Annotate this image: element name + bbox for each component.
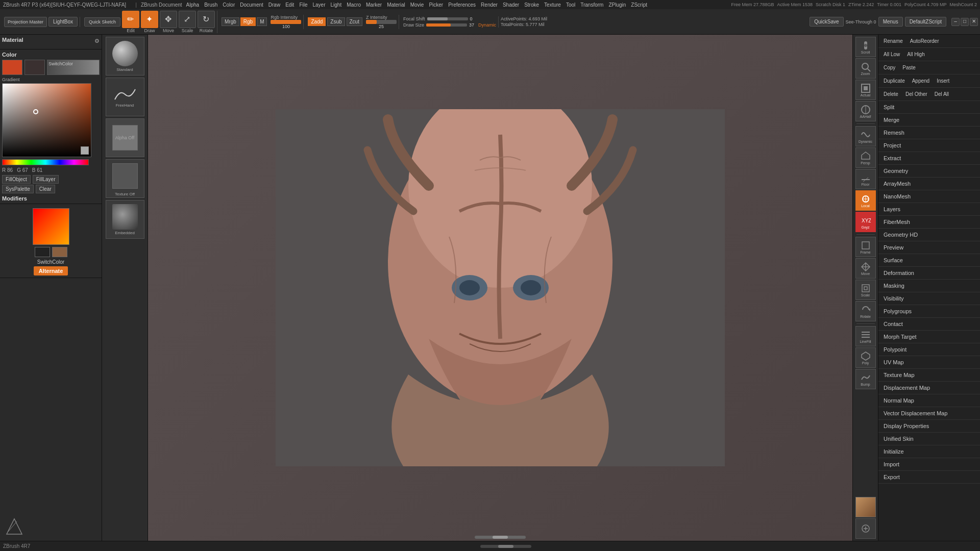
dynamic-btn[interactable]: Dynamic — [478, 22, 496, 28]
menus-btn[interactable]: Menus — [878, 17, 903, 27]
menu-movie[interactable]: Movie — [410, 2, 424, 8]
displacement-map-btn[interactable]: Displacement Map — [878, 382, 980, 394]
draw-size-slider[interactable] — [426, 23, 467, 27]
split-btn[interactable]: Split — [878, 101, 980, 114]
brush-standard[interactable]: Standard — [106, 37, 144, 76]
fibermesh-btn[interactable]: FiberMesh — [878, 216, 980, 229]
export-btn[interactable]: Export — [878, 471, 980, 484]
tool-local[interactable]: Local — [855, 190, 876, 211]
texture-map-btn[interactable]: Texture Map — [878, 369, 980, 382]
rotate-btn[interactable]: ↻ — [198, 11, 215, 28]
gradient-color-2[interactable] — [52, 247, 67, 257]
menu-macro[interactable]: Macro — [347, 2, 361, 8]
tool-aahalf[interactable]: AAHalf — [855, 101, 876, 121]
tool-rotate[interactable]: Rotate — [855, 301, 876, 321]
gradient-color-1[interactable] — [35, 247, 50, 257]
menu-edit[interactable]: Edit — [285, 2, 294, 8]
viewport[interactable] — [148, 35, 852, 541]
tool-persp[interactable]: Persp — [855, 147, 876, 168]
material-settings-icon[interactable]: ⚙ — [94, 38, 100, 44]
tool-actual[interactable]: Actual — [855, 80, 876, 100]
display-properties-btn[interactable]: Display Properties — [878, 420, 980, 433]
rgb-btn[interactable]: Rgb — [240, 17, 256, 26]
nanomesh-btn[interactable]: NanoMesh — [878, 190, 980, 203]
focal-shift-slider[interactable] — [427, 17, 468, 20]
menu-picker[interactable]: Picker — [429, 2, 443, 8]
menu-zscript[interactable]: ZScript — [631, 2, 647, 8]
menu-draw[interactable]: Draw — [268, 2, 280, 8]
menu-brush[interactable]: Brush — [204, 2, 217, 8]
move-btn[interactable]: ✥ — [160, 11, 177, 28]
tool-floor[interactable]: Floor — [855, 169, 876, 189]
paste-btn[interactable]: Paste — [899, 63, 919, 72]
project-btn[interactable]: Project — [878, 139, 980, 152]
alternate-btn[interactable]: Alternate — [34, 266, 68, 276]
morph-target-btn[interactable]: Morph Target — [878, 331, 980, 343]
deformation-btn[interactable]: Deformation — [878, 267, 980, 280]
polypoint-btn[interactable]: Polypoint — [878, 343, 980, 356]
fg-color-swatch[interactable] — [2, 60, 22, 75]
viewport-scrollbar[interactable] — [475, 536, 526, 539]
color-picker[interactable] — [2, 83, 91, 157]
tool-linefill[interactable]: LineFill — [855, 326, 876, 346]
rename-btn[interactable]: Rename — [880, 37, 906, 45]
z-intensity-slider[interactable] — [366, 20, 397, 24]
layers-btn[interactable]: Layers — [878, 203, 980, 216]
quick-sketch-btn[interactable]: Quick Sketch — [84, 17, 120, 27]
brush-alpha-off[interactable]: Alpha Off — [106, 118, 144, 157]
tool-extra[interactable] — [855, 518, 876, 539]
edit-btn[interactable]: ✏ — [122, 11, 139, 28]
tool-zoom[interactable]: Zoom — [855, 58, 876, 79]
tool-move[interactable]: Move — [855, 258, 876, 279]
geometry-hd-btn[interactable]: Geometry HD — [878, 229, 980, 241]
rgb-intensity-slider[interactable] — [271, 20, 301, 24]
zadd-btn[interactable]: Zadd — [308, 17, 326, 26]
clear-btn[interactable]: Clear — [36, 185, 55, 193]
sys-palette-btn[interactable]: SysPalette — [2, 185, 34, 193]
close-btn[interactable]: ✕ — [970, 18, 978, 26]
menu-marker[interactable]: Marker — [366, 2, 382, 8]
auto-reorder-btn[interactable]: AutoReorder — [907, 37, 942, 45]
delete-btn[interactable]: Delete — [880, 90, 901, 98]
del-other-btn[interactable]: Del Other — [902, 90, 930, 98]
tool-scale[interactable]: Scale — [855, 280, 876, 300]
tool-gxyz[interactable]: XYZ Gxyz — [855, 212, 876, 232]
hue-slider[interactable] — [2, 159, 89, 165]
normal-map-btn[interactable]: Normal Map — [878, 394, 980, 407]
all-high-btn[interactable]: All High — [904, 50, 927, 59]
arraymesh-btn[interactable]: ArrayMesh — [878, 178, 980, 190]
bottom-scrollbar[interactable] — [480, 545, 531, 548]
merge-btn[interactable]: Merge — [878, 114, 980, 127]
quick-save-btn[interactable]: QuickSave — [810, 17, 843, 27]
import-btn[interactable]: Import — [878, 458, 980, 471]
menu-document[interactable]: Document — [240, 2, 263, 8]
material-swatch[interactable] — [855, 497, 876, 517]
menu-tool[interactable]: Tool — [566, 2, 575, 8]
menu-texture[interactable]: Texture — [544, 2, 561, 8]
gradient-preview[interactable] — [33, 208, 69, 245]
brush-freehand[interactable]: FreeHand — [106, 78, 144, 116]
fill-layer-btn[interactable]: FillLayer — [33, 175, 59, 184]
tool-poly[interactable]: Poly — [855, 347, 876, 368]
menu-alpha[interactable]: Alpha — [186, 2, 200, 8]
lightbox-btn[interactable]: LightBox — [48, 17, 78, 27]
tool-bump[interactable]: Bump — [855, 369, 876, 389]
visibility-btn[interactable]: Visibility — [878, 292, 980, 305]
del-all-btn[interactable]: Del All — [932, 90, 952, 98]
tool-dynamic[interactable]: Dynamic — [855, 126, 876, 146]
menu-light[interactable]: Light — [331, 2, 342, 8]
tool-frame[interactable]: Frame — [855, 237, 876, 257]
copy-btn[interactable]: Copy — [880, 63, 898, 72]
surface-btn[interactable]: Surface — [878, 254, 980, 267]
maximize-btn[interactable]: □ — [961, 18, 969, 26]
m-btn[interactable]: M — [257, 17, 267, 26]
default-zscript-btn[interactable]: DefaultZScript — [905, 17, 946, 27]
uv-map-btn[interactable]: UV Map — [878, 356, 980, 369]
tool-scroll[interactable]: Scroll — [855, 37, 876, 57]
menu-file[interactable]: File — [299, 2, 307, 8]
remesh-btn[interactable]: Remesh — [878, 127, 980, 139]
menu-transform[interactable]: Transform — [580, 2, 603, 8]
draw-btn[interactable]: ✦ — [141, 11, 158, 28]
menu-material[interactable]: Material — [387, 2, 405, 8]
menu-layer[interactable]: Layer — [313, 2, 326, 8]
